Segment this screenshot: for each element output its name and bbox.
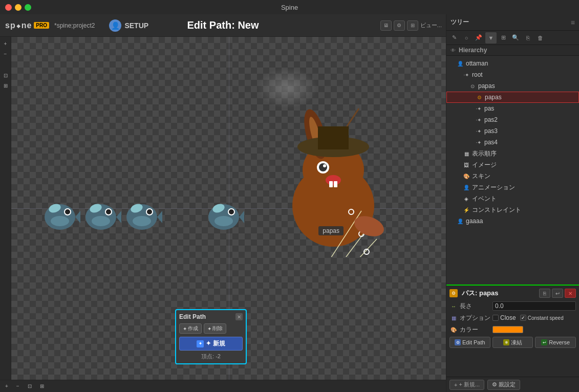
- maximize-button[interactable]: [25, 4, 31, 11]
- tree-item-pas3[interactable]: ·✦ pas3: [446, 125, 579, 137]
- tree-tool-pin[interactable]: 📌: [473, 32, 484, 43]
- delete-button[interactable]: ✦ 削除: [204, 323, 226, 334]
- tree-menu-button[interactable]: ≡: [571, 18, 575, 27]
- new-button[interactable]: ✦ ✦ 新規: [179, 337, 243, 351]
- papas-label: papas: [318, 226, 344, 235]
- svg-point-25: [323, 164, 326, 167]
- tree-tool-copy[interactable]: ⎘: [522, 32, 533, 43]
- item-label-pas3: pas3: [484, 127, 498, 135]
- popup-title-bar: Edit Path ✕: [179, 313, 243, 320]
- bottom-panel: + + 新規... ⚙ 親設定: [446, 377, 579, 392]
- item-label-ottaman: ottaman: [466, 60, 488, 67]
- settings-label: 親設定: [499, 381, 516, 388]
- tree-item-pas[interactable]: ·✦ pas: [446, 103, 579, 114]
- tree-item-animation[interactable]: 👤 アニメーション: [446, 182, 579, 193]
- prop-row-color: 🎨 カラー: [449, 324, 576, 335]
- close-checkmark[interactable]: [492, 315, 499, 321]
- mode-label: Edit Path: New: [187, 19, 259, 31]
- tool-fit2[interactable]: ⊞: [1, 81, 10, 90]
- tree-tool-expand[interactable]: ⊞: [498, 32, 509, 43]
- zoom-out-btn[interactable]: −: [14, 382, 22, 390]
- tree-item-papas-path[interactable]: ⚙ papas: [446, 92, 579, 103]
- tree-content[interactable]: 👤 ottaman ·✦ root ⊙ papas ⚙ papas ·✦ pas…: [446, 56, 579, 285]
- add-new-label: + 新規...: [459, 381, 480, 388]
- fish-char-1: [42, 195, 83, 236]
- images-icon: 🖼: [463, 161, 470, 168]
- svg-point-14: [228, 209, 234, 215]
- zoom-in-btn[interactable]: +: [3, 382, 10, 390]
- settings-button[interactable]: ⚙ 親設定: [487, 380, 520, 390]
- prop-title: パス: papas: [462, 289, 499, 298]
- item-label-pas2: pas2: [484, 116, 498, 123]
- pas3-icon: ·✦: [475, 127, 482, 135]
- tree-tool-delete[interactable]: 🗑: [534, 32, 546, 43]
- freeze-button[interactable]: ❄ 凍結: [492, 337, 533, 348]
- svg-point-10: [146, 209, 153, 215]
- reverse-button[interactable]: ↩ Reverse: [535, 337, 576, 348]
- pro-badge: PRO: [34, 22, 49, 29]
- pas4-icon: ·✦: [475, 139, 482, 146]
- skin-icon: 🎨: [463, 172, 470, 180]
- tree-item-ottaman[interactable]: 👤 ottaman: [446, 58, 579, 69]
- fish-char-2: [83, 195, 124, 236]
- create-button[interactable]: ✦ 作成: [179, 323, 202, 334]
- tool-zoom-out[interactable]: −: [1, 49, 10, 58]
- length-input[interactable]: [492, 301, 576, 311]
- setup-icon: 👤: [109, 19, 121, 32]
- tree-item-images[interactable]: 🖼 イメージ: [446, 159, 579, 170]
- prop-reset-button[interactable]: ↩: [552, 289, 563, 298]
- tree-item-draw-order[interactable]: ▦ 表示順序: [446, 148, 579, 159]
- svg-point-32: [349, 209, 354, 214]
- tree-tool-draw[interactable]: ✎: [448, 32, 460, 43]
- tree-item-events[interactable]: ◈ イベント: [446, 193, 579, 204]
- settings-icon: ⚙: [492, 381, 497, 388]
- view-buttons: 🖥 ⚙ ⊞ ビュー...: [380, 20, 442, 31]
- add-new-button[interactable]: + + 新規...: [449, 380, 484, 390]
- main-layout: sp⬥ne PRO *spine;project2 👤 SETUP Edit P…: [0, 14, 579, 392]
- tree-item-pas2[interactable]: ·✦ pas2: [446, 114, 579, 125]
- edit-path-label: Edit Path: [462, 339, 485, 345]
- edit-path-button[interactable]: ⚙ Edit Path: [449, 337, 490, 348]
- prop-delete-button[interactable]: ✕: [565, 289, 576, 298]
- item-label-pas4: pas4: [484, 139, 498, 146]
- viewport[interactable]: papas Edit Path ✕ ✦ 作成 ✦ 削除: [11, 37, 446, 380]
- tree-item-gaaaa[interactable]: 👤 gaaaa: [446, 215, 579, 227]
- close-button[interactable]: [5, 4, 12, 11]
- delete-icon: ✦: [207, 326, 211, 332]
- constant-speed-checkbox[interactable]: ✓ Constant speed: [520, 315, 564, 321]
- close-checkbox[interactable]: Close: [492, 314, 516, 321]
- fit-all-btn[interactable]: ⊞: [38, 382, 46, 390]
- tree-tool-filter[interactable]: ▼: [485, 32, 497, 43]
- tree-item-constraints[interactable]: ⚡ コンストレイント: [446, 204, 579, 215]
- svg-rect-22: [318, 126, 349, 149]
- svg-rect-28: [334, 181, 337, 187]
- view-btn-1[interactable]: 🖥: [380, 20, 392, 31]
- tree-item-root[interactable]: ·✦ root: [446, 69, 579, 80]
- tree-tool-search[interactable]: 🔍: [510, 32, 521, 43]
- prop-copy-button[interactable]: ⎘: [539, 289, 550, 298]
- reverse-label: Reverse: [549, 339, 570, 345]
- minimize-button[interactable]: [15, 4, 22, 11]
- view-btn-2[interactable]: ⚙: [394, 20, 405, 31]
- item-label-pas: pas: [484, 105, 494, 112]
- view-btn-3[interactable]: ⊞: [407, 20, 418, 31]
- view-label: ビュー...: [420, 21, 442, 29]
- fit-btn[interactable]: ⊡: [26, 382, 34, 390]
- tree-title: ツリー: [451, 18, 469, 27]
- svg-point-24: [319, 163, 327, 171]
- draw-order-icon: ▦: [463, 150, 470, 157]
- popup-close-button[interactable]: ✕: [235, 313, 243, 320]
- option-icon: ▦: [449, 314, 458, 322]
- popup-title: Edit Path: [179, 313, 206, 320]
- tool-fit[interactable]: ⊡: [1, 71, 10, 80]
- color-swatch[interactable]: [492, 326, 523, 333]
- root-icon: ·✦: [463, 71, 470, 78]
- constant-speed-checkmark[interactable]: ✓: [520, 315, 526, 321]
- tree-item-papas-slot[interactable]: ⊙ papas: [446, 80, 579, 92]
- tool-zoom-in[interactable]: +: [1, 39, 10, 48]
- create-icon: ✦: [183, 326, 187, 332]
- tree-item-skin[interactable]: 🎨 スキン: [446, 170, 579, 182]
- tree-tool-circle[interactable]: ○: [461, 32, 472, 43]
- tree-header: ツリー ≡: [446, 14, 579, 31]
- tree-item-pas4[interactable]: ·✦ pas4: [446, 137, 579, 148]
